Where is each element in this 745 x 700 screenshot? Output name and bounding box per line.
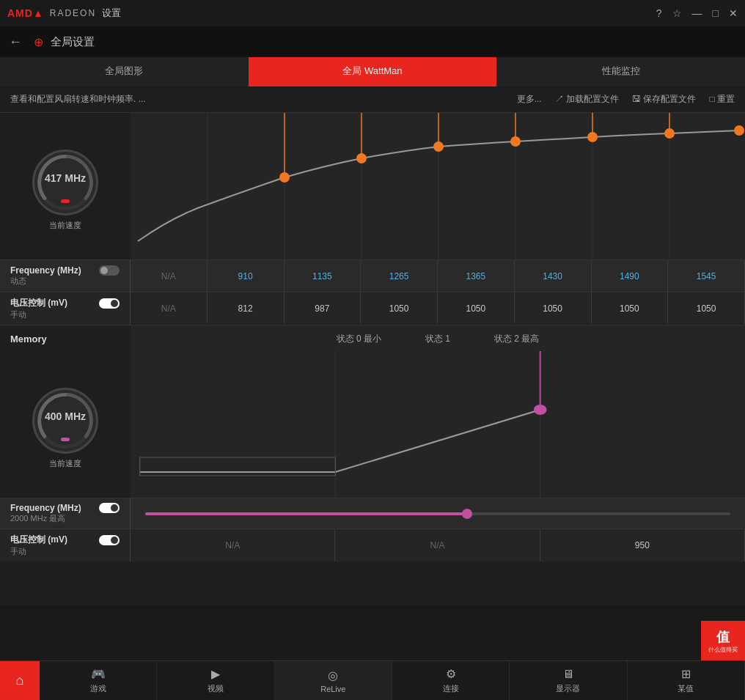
memory-gauge-panel: 400 MHz 当前速度 (0, 351, 131, 498)
connect-icon: ⚙ (446, 667, 456, 681)
freq-cell-1[interactable]: 910 (208, 260, 285, 292)
info-bar: 查看和配置风扇转速和时钟频率. ... 更多... ↗ 加载配置文件 🖫 保存配… (0, 86, 745, 113)
nav-bar: ← ⊕ 全局设置 (0, 26, 745, 57)
freq-cell-5[interactable]: 1430 (515, 260, 592, 292)
reset-button[interactable]: □ 重置 (709, 93, 735, 106)
mem-freq-label: Frequency (MHz) 2000 MHz 最高 (0, 498, 131, 528)
tab-monitor[interactable]: 性能监控 (496, 57, 745, 86)
extra-label: 某值 (678, 683, 694, 694)
volt-row-section: 电压控制 (mV) 手动 N/A 812 987 1050 1050 1050 … (0, 292, 745, 325)
nav-video[interactable]: ▶ 视频 (157, 661, 274, 700)
freq-cell-4[interactable]: 1365 (438, 260, 515, 292)
nav-title: 全局设置 (51, 35, 95, 49)
amd-logo: AMD▲ (7, 7, 44, 19)
freq-cell-6[interactable]: 1490 (592, 260, 669, 292)
games-label: 游戏 (90, 683, 106, 694)
titlebar-left: AMD▲ RADEON 设置 (7, 7, 121, 20)
home-button[interactable]: ⌂ (0, 661, 40, 700)
memory-chart-section: 400 MHz 当前速度 (0, 351, 745, 498)
titlebar: AMD▲ RADEON 设置 ? ☆ — □ ✕ (0, 0, 745, 26)
titlebar-right: ? ☆ — □ ✕ (656, 7, 738, 19)
more-link[interactable]: 更多... (517, 93, 542, 106)
memory-chart-right (131, 351, 745, 498)
mem-volt-subtitle: 手动 (10, 546, 120, 557)
svg-point-20 (734, 125, 744, 136)
volt-cell-1[interactable]: 812 (208, 292, 285, 324)
freq-cell-0[interactable]: N/A (131, 260, 208, 292)
mem-volt-label: 电压控制 (mV) 手动 (0, 528, 131, 561)
gpu-curve-svg (131, 113, 745, 259)
mem-volt-title: 电压控制 (mV) (10, 534, 67, 546)
memory-gauge: 400 MHz 当前速度 (25, 373, 106, 476)
gpu-speed-gauge: 417 MHz (32, 150, 98, 215)
video-icon: ▶ (211, 667, 220, 681)
games-icon: 🎮 (91, 667, 106, 681)
nav-connect[interactable]: ⚙ 连接 (392, 661, 510, 700)
relive-label: ReLive (320, 685, 345, 693)
svg-point-13 (433, 141, 444, 152)
home-icon: ⌂ (16, 673, 24, 688)
watermark-text: 什么值得买 (708, 646, 738, 654)
mem-volt-cell-1[interactable]: N/A (335, 529, 540, 561)
mem-volt-row: 电压控制 (mV) 手动 N/A N/A 950 (0, 528, 745, 561)
radeon-text: RADEON (50, 8, 96, 18)
info-actions: 更多... ↗ 加载配置文件 🖫 保存配置文件 □ 重置 (517, 93, 735, 106)
volt-subtitle: 手动 (10, 309, 120, 320)
mem-freq-subtitle: 2000 MHz 最高 (10, 513, 120, 524)
freq-toggle[interactable] (99, 265, 120, 276)
memory-title: Memory (10, 334, 120, 345)
freq-row-section: Frequency (MHz) 动态 N/A 910 1135 1265 136… (0, 259, 745, 292)
nav-extra[interactable]: ⊞ 某值 (628, 661, 745, 700)
svg-rect-27 (140, 457, 336, 476)
mem-freq-slider-area (131, 498, 745, 528)
mem-freq-value: 400 MHz (45, 410, 86, 422)
globe-icon: ⊕ (34, 35, 43, 49)
mem-freq-title: Frequency (MHz) (10, 503, 81, 513)
nav-relive[interactable]: ◎ ReLive (275, 661, 392, 700)
freq-title: Frequency (MHz) (10, 265, 81, 276)
save-config-button[interactable]: 🖫 保存配置文件 (632, 93, 696, 106)
volt-cell-6[interactable]: 1050 (592, 292, 669, 324)
mem-freq-slider[interactable] (145, 512, 730, 515)
freq-cell-3[interactable]: 1265 (361, 260, 438, 292)
mem-volt-cell-2[interactable]: 950 (540, 529, 745, 561)
mem-freq-toggle[interactable] (99, 503, 120, 513)
display-icon: 🖥 (562, 668, 574, 681)
svg-point-15 (510, 136, 521, 147)
volt-cell-7[interactable]: 1050 (668, 292, 745, 324)
tab-graphics[interactable]: 全局图形 (0, 57, 249, 86)
extra-icon: ⊞ (681, 667, 691, 681)
nav-display[interactable]: 🖥 显示器 (510, 661, 627, 700)
connect-label: 连接 (443, 683, 459, 694)
video-label: 视频 (208, 683, 224, 694)
minimize-button[interactable]: — (692, 7, 702, 19)
back-button[interactable]: ← (9, 34, 22, 50)
tab-wattman[interactable]: 全局 WattMan (249, 57, 497, 86)
star-button[interactable]: ☆ (672, 7, 682, 19)
gpu-freq-value: 417 MHz (45, 172, 86, 184)
watermark-icon: 值 (716, 628, 730, 646)
settings-title: 设置 (102, 7, 121, 20)
volt-label-block: 电压控制 (mV) 手动 (0, 292, 131, 325)
freq-cell-2[interactable]: 1135 (285, 260, 362, 292)
mem-speed-gauge: 400 MHz (32, 388, 98, 454)
volt-cell-3[interactable]: 1050 (361, 292, 438, 324)
volt-cell-0[interactable]: N/A (131, 292, 208, 324)
volt-toggle[interactable] (99, 298, 120, 309)
gpu-speed-label: 当前速度 (49, 220, 81, 231)
watermark: 值 什么值得买 (701, 621, 745, 660)
volt-cell-4[interactable]: 1050 (438, 292, 515, 324)
help-button[interactable]: ? (656, 7, 662, 19)
memory-state-0: 状态 0 最小 (337, 333, 381, 345)
close-button[interactable]: ✕ (729, 7, 738, 19)
volt-cell-2[interactable]: 987 (285, 292, 362, 324)
nav-games[interactable]: 🎮 游戏 (40, 661, 157, 700)
gpu-chart-section: 417 MHz 当前速度 (0, 113, 745, 259)
mem-volt-cell-0[interactable]: N/A (131, 529, 335, 561)
volt-cell-5[interactable]: 1050 (515, 292, 592, 324)
freq-cell-7[interactable]: 1545 (668, 260, 745, 292)
freq-label-block: Frequency (MHz) 动态 (0, 259, 131, 292)
maximize-button[interactable]: □ (713, 7, 719, 19)
load-config-button[interactable]: ↗ 加载配置文件 (555, 93, 619, 106)
mem-volt-toggle[interactable] (99, 535, 120, 545)
